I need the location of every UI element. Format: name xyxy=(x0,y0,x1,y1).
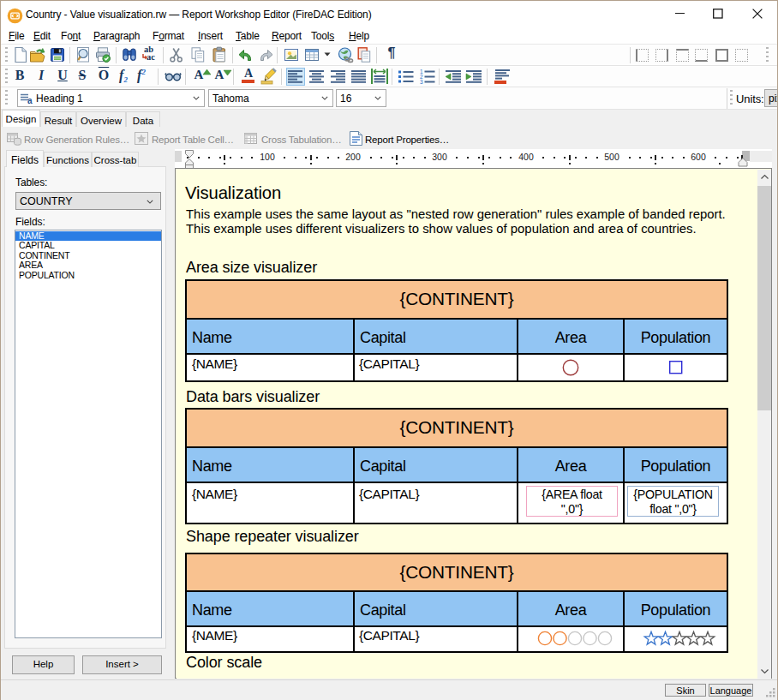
svg-text:a: a xyxy=(27,96,33,105)
svg-text:3: 3 xyxy=(420,79,423,85)
